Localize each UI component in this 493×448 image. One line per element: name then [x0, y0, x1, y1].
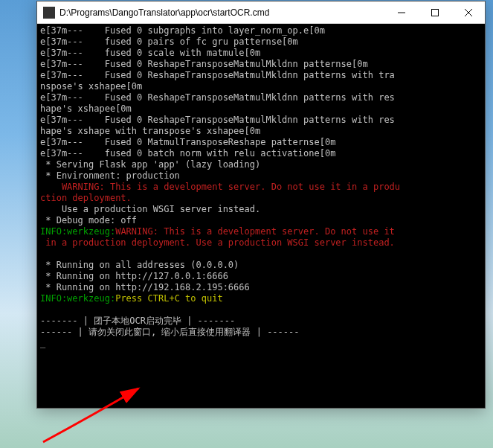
titlebar[interactable]: D:\Programs\DangoTranslator\app\ocr\star… [37, 1, 485, 24]
maximize-button[interactable] [418, 1, 451, 23]
app-icon [43, 7, 55, 19]
log-line: e[37m--- fused 0 scale with matmule[0m [40, 48, 260, 58]
log-line: Use a production WSGI server instead. [40, 204, 260, 214]
warning-line: Use a production WSGI server instead. [190, 237, 395, 248]
minimize-button[interactable] [384, 1, 418, 23]
footer-line: ------ | 请勿关闭此窗口, 缩小后直接使用翻译器 | ------ [40, 327, 300, 337]
log-line: * Serving Flask app 'app' (lazy loading) [40, 159, 260, 170]
window-title: D:\Programs\DangoTranslator\app\ocr\star… [59, 7, 384, 18]
log-line: * Running on http://127.0.0.1:6666 [40, 271, 228, 281]
log-prefix: INFO:werkzeug: [40, 293, 115, 304]
cursor: _ [40, 338, 45, 348]
svg-rect-1 [431, 9, 438, 16]
warning-line: WARNING: This is a development server. D… [40, 182, 400, 192]
log-line: e[37m--- Fused 0 ReshapeTransposeMatmulM… [40, 70, 395, 80]
log-line: nspose's xshapee[0m [40, 81, 142, 92]
log-line: e[37m--- fused 0 pairs of fc gru pattern… [40, 36, 298, 47]
log-prefix: INFO:werkzeug: [40, 226, 115, 237]
terminal-output[interactable]: e[37m--- Fused 0 subgraphs into layer_no… [37, 24, 485, 408]
footer-line: ------- | 团子本地OCR启动完毕 | ------- [40, 316, 235, 326]
command-window: D:\Programs\DangoTranslator\app\ocr\star… [36, 1, 486, 409]
log-line: * Running on http://192.168.2.195:6666 [40, 282, 250, 292]
log-line: * Running on all addresses (0.0.0.0) [40, 260, 239, 270]
warning-line: in a production deployment. [40, 237, 190, 248]
log-line: e[37m--- Fused 0 ReshapeTransposeMatmulM… [40, 92, 395, 103]
warning-line: ction deployment. [40, 193, 132, 203]
log-line: hape's xshapee[0m [40, 103, 132, 114]
log-line: e[37m--- fused 0 batch norm with relu ac… [40, 148, 335, 159]
log-line: hape's xshape with transpose's xshapee[0… [40, 126, 260, 136]
log-line: * Environment: production [40, 170, 180, 181]
warning-line: WARNING: This is a development server. D… [115, 226, 395, 237]
log-line: e[37m--- Fused 0 subgraphs into layer_no… [40, 25, 325, 36]
log-line: e[37m--- Fused 0 ReshapeTransposeMatmulM… [40, 115, 395, 125]
log-line: * Debug mode: off [40, 215, 137, 225]
log-line: e[37m--- Fused 0 MatmulTransposeReshape … [40, 137, 335, 147]
log-line: e[37m--- Fused 0 ReshapeTransposeMatmulM… [40, 59, 368, 69]
quit-hint: Press CTRL+C to quit [115, 293, 223, 304]
close-button[interactable] [451, 1, 485, 23]
window-controls [384, 1, 485, 23]
